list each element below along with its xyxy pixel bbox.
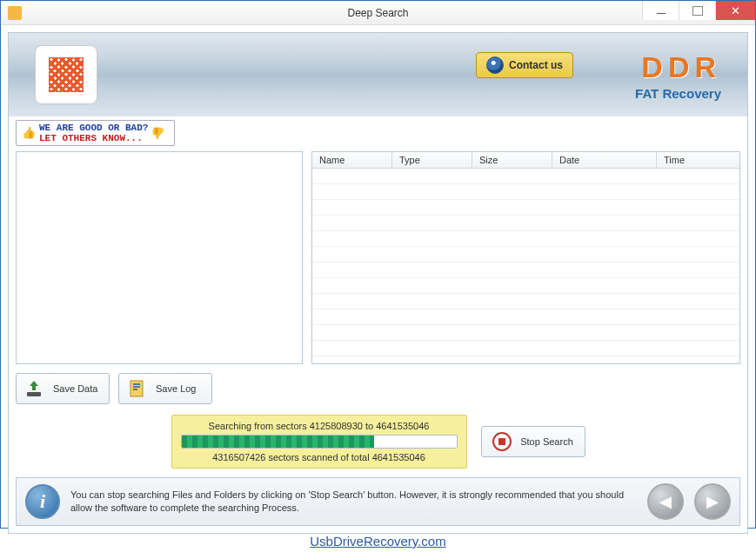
table-row	[312, 169, 739, 184]
save-data-button[interactable]: Save Data	[16, 373, 110, 404]
table-row	[312, 231, 739, 247]
info-text: You can stop searching Files and Folders…	[70, 489, 637, 515]
table-row	[312, 216, 739, 231]
footer-link[interactable]: UsbDriveRecovery.com	[0, 534, 756, 549]
app-logo	[35, 45, 97, 104]
stop-label: Stop Search	[520, 436, 573, 447]
save-log-button[interactable]: Save Log	[118, 373, 212, 404]
contact-label: Contact us	[509, 59, 563, 71]
progress-bar	[181, 435, 458, 449]
maximize-button[interactable]	[679, 1, 715, 20]
table-row	[312, 341, 739, 356]
window-controls	[642, 1, 755, 20]
app-icon	[8, 6, 22, 20]
forward-button[interactable]: ▶	[694, 483, 731, 520]
table-row	[312, 325, 739, 341]
save-log-label: Save Log	[156, 383, 196, 394]
rating-banner[interactable]: 👍 WE ARE GOOD OR BAD? LET OTHERS KNOW...…	[16, 120, 175, 146]
action-buttons: Save Data Save Log	[9, 364, 747, 411]
window-title: Deep Search	[347, 7, 408, 19]
svg-rect-1	[130, 381, 143, 396]
table-row	[312, 294, 739, 309]
info-bar: i You can stop searching Files and Folde…	[16, 477, 740, 526]
rating-line2: LET OTHERS KNOW...	[39, 133, 143, 143]
logo-pattern-icon	[49, 57, 84, 92]
table-row	[312, 278, 739, 294]
table-row	[312, 200, 739, 216]
minimize-button[interactable]	[642, 1, 679, 20]
brand-block: DDR FAT Recovery	[635, 50, 721, 101]
list-header: Name Type Size Date Time	[312, 152, 739, 169]
contact-us-button[interactable]: Contact us	[476, 52, 573, 78]
progress-text-top: Searching from sectors 4125808930 to 464…	[181, 421, 458, 431]
column-date[interactable]: Date	[552, 152, 657, 168]
table-row	[312, 247, 739, 263]
back-button[interactable]: ◀	[647, 483, 684, 520]
column-type[interactable]: Type	[392, 152, 472, 168]
table-row	[312, 184, 739, 200]
titlebar[interactable]: Deep Search	[1, 1, 755, 25]
svg-rect-0	[27, 392, 41, 396]
table-row	[312, 263, 739, 278]
file-list-panel: Name Type Size Date Time	[311, 151, 740, 364]
thumbs-up-icon: 👍	[22, 126, 36, 140]
column-time[interactable]: Time	[657, 152, 739, 168]
brand-title: DDR	[635, 50, 721, 84]
column-name[interactable]: Name	[312, 152, 392, 168]
brand-subtitle: FAT Recovery	[635, 86, 721, 101]
save-data-icon	[23, 378, 44, 399]
rating-line1: WE ARE GOOD OR BAD?	[39, 123, 148, 133]
table-row	[312, 309, 739, 325]
person-icon	[486, 57, 504, 74]
progress-box: Searching from sectors 4125808930 to 464…	[171, 415, 467, 469]
progress-section: Searching from sectors 4125808930 to 464…	[9, 411, 747, 477]
info-icon: i	[25, 484, 60, 519]
main-panels: Name Type Size Date Time	[9, 151, 747, 364]
progress-text-bottom: 4316507426 sectors scanned of total 4641…	[181, 452, 458, 462]
body: Contact us DDR FAT Recovery 👍 WE ARE GOO…	[1, 25, 755, 528]
list-body[interactable]	[312, 169, 739, 362]
close-button[interactable]	[715, 1, 755, 20]
stop-search-button[interactable]: Stop Search	[481, 426, 585, 457]
column-size[interactable]: Size	[472, 152, 552, 168]
progress-bar-fill	[182, 436, 374, 448]
save-log-icon	[126, 378, 147, 399]
folder-tree-panel[interactable]	[16, 151, 303, 364]
stop-icon	[492, 432, 512, 451]
thumbs-down-icon: 👍	[151, 126, 165, 140]
save-data-label: Save Data	[53, 383, 97, 394]
application-window: Deep Search Contact us DDR FAT Recovery	[0, 0, 756, 529]
header-banner: Contact us DDR FAT Recovery	[9, 33, 747, 116]
main-frame: Contact us DDR FAT Recovery 👍 WE ARE GOO…	[8, 32, 748, 534]
